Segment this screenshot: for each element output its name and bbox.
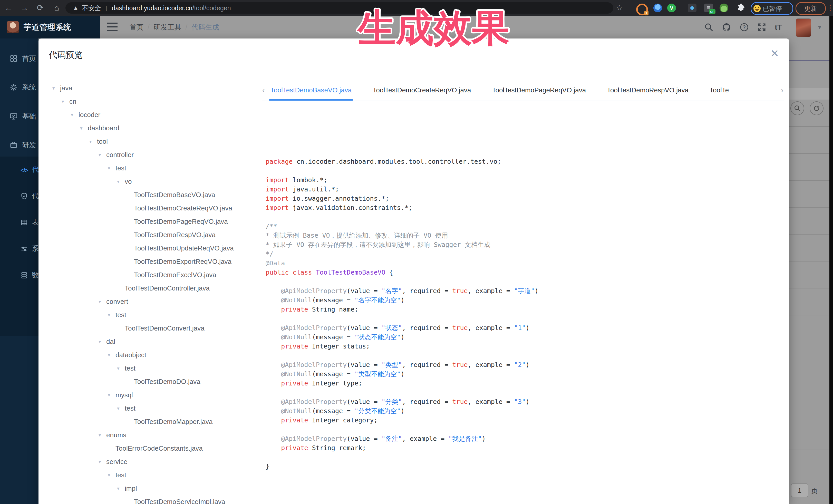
caret-down-icon[interactable]: ▾ — [62, 99, 69, 104]
tree-file[interactable]: ToolErrorCodeConstants.java — [52, 442, 263, 455]
tree-folder[interactable]: ▾enums — [52, 428, 263, 442]
bookmark-star-icon[interactable]: ☆ — [616, 0, 623, 16]
chrome-menu-icon[interactable]: ⋮ — [827, 4, 833, 12]
caret-down-icon[interactable]: ▾ — [108, 392, 116, 398]
url-bar[interactable]: ▲ 不安全 | dashboard.yudao.iocoder.cn/tool/… — [66, 2, 613, 14]
paused-profile-pill[interactable]: 已暂停 — [751, 2, 793, 15]
caret-down-icon[interactable]: ▾ — [98, 152, 106, 158]
user-avatar[interactable] — [796, 19, 811, 37]
tree-folder[interactable]: ▾vo — [52, 175, 263, 188]
caret-down-icon[interactable]: ▾ — [108, 472, 116, 478]
caret-down-icon[interactable]: ▾ — [80, 125, 88, 131]
extension-diamond-icon[interactable]: ◆ — [688, 4, 696, 12]
tree-folder[interactable]: ▾controller — [52, 148, 263, 162]
update-button[interactable]: 更新 — [795, 2, 826, 15]
tab-toolte[interactable]: ToolTe — [710, 79, 729, 101]
tree-folder[interactable]: ▾dashboard — [52, 121, 263, 135]
logo-block[interactable]: 芋道管理系统 — [0, 16, 100, 39]
tree-folder[interactable]: ▾impl — [52, 482, 263, 495]
tree-file[interactable]: ToolTestDemoExportReqVO.java — [52, 255, 263, 268]
extension-orange-icon[interactable]: 1 — [636, 4, 648, 16]
font-size-icon[interactable]: tT — [775, 23, 782, 31]
github-icon[interactable] — [722, 23, 731, 32]
sidebar-subitem-4[interactable]: 数 — [0, 268, 39, 282]
tree-file[interactable]: ToolTestDemoController.java — [52, 282, 263, 295]
caret-down-icon[interactable]: ▾ — [108, 352, 116, 358]
sidebar-item-1[interactable]: 系统 — [0, 80, 39, 94]
avatar-caret-icon[interactable]: ▾ — [818, 24, 821, 31]
tree-file[interactable]: ToolTestDemoConvert.java — [52, 321, 263, 335]
tree-folder[interactable]: ▾test — [52, 362, 263, 375]
caret-down-icon[interactable]: ▾ — [108, 165, 116, 171]
extensions-puzzle-icon[interactable] — [736, 4, 745, 12]
page-number-input[interactable]: 1 — [791, 483, 808, 497]
breadcrumb-devtool[interactable]: 研发工具 — [154, 23, 182, 32]
bg-refresh-button[interactable] — [810, 101, 824, 115]
breadcrumb-home[interactable]: 首页 — [129, 23, 143, 32]
tree-folder[interactable]: ▾test — [52, 162, 263, 175]
tree-file[interactable]: ToolTestDemoBaseVO.java — [52, 188, 263, 201]
sidebar-subitem-1[interactable]: 代 — [0, 189, 39, 203]
caret-down-icon[interactable]: ▾ — [108, 312, 116, 318]
forward-icon[interactable]: → — [18, 0, 31, 16]
code-panel: ‹ ToolTestDemoBaseVO.javaToolTestDemoCre… — [262, 79, 784, 504]
tree-folder[interactable]: ▾dataobject — [52, 348, 263, 362]
extension-plant-icon[interactable] — [719, 4, 728, 12]
extension-pin-icon[interactable] — [653, 4, 662, 12]
sidebar-subitem-2[interactable]: 表 — [0, 215, 39, 230]
tree-folder[interactable]: ▾test — [52, 402, 263, 415]
reload-icon[interactable]: ⟳ — [34, 0, 47, 16]
tree-folder[interactable]: ▾mysql — [52, 388, 263, 402]
extension-list-icon[interactable]: ≡ on — [704, 4, 713, 12]
close-icon[interactable]: ✕ — [770, 48, 779, 58]
home-icon[interactable]: ⌂ — [50, 0, 63, 16]
tree-file[interactable]: ToolTestDemoExcelVO.java — [52, 268, 263, 282]
sidebar-item-0[interactable]: 首页 — [0, 51, 39, 66]
caret-down-icon[interactable]: ▾ — [117, 178, 125, 185]
tree-folder[interactable]: ▾convert — [52, 295, 263, 308]
tree-file[interactable]: ToolTestDemoRespVO.java — [52, 228, 263, 241]
sidebar-item-3[interactable]: 研发 — [0, 138, 39, 152]
caret-down-icon[interactable]: ▾ — [117, 485, 125, 491]
caret-down-icon[interactable]: ▾ — [98, 339, 106, 345]
help-icon[interactable]: ? — [740, 23, 748, 31]
sidebar-subitem-0[interactable]: </>代 — [0, 162, 39, 176]
tree-folder[interactable]: ▾test — [52, 308, 263, 321]
tree-file[interactable]: ToolTestDemoDO.java — [52, 375, 263, 388]
caret-down-icon[interactable]: ▾ — [52, 85, 60, 91]
tree-folder[interactable]: ▾test — [52, 468, 263, 482]
caret-down-icon[interactable]: ▾ — [71, 112, 78, 118]
sidebar-collapse-icon[interactable] — [107, 23, 118, 31]
caret-down-icon[interactable]: ▾ — [98, 459, 106, 465]
back-icon[interactable]: ← — [2, 0, 15, 16]
tree-folder[interactable]: ▾cn — [52, 95, 263, 108]
extension-green-v-icon[interactable]: V — [667, 4, 676, 12]
tree-folder[interactable]: ▾java — [52, 81, 263, 95]
tree-folder[interactable]: ▾tool — [52, 135, 263, 148]
caret-down-icon[interactable]: ▾ — [98, 299, 106, 305]
tree-file[interactable]: ToolTestDemoPageReqVO.java — [52, 215, 263, 228]
caret-down-icon[interactable]: ▾ — [117, 365, 125, 371]
tab-scroll-left-icon[interactable]: ‹ — [262, 86, 265, 94]
bg-search-button[interactable] — [790, 101, 804, 115]
tree-file[interactable]: ToolTestDemoUpdateReqVO.java — [52, 241, 263, 255]
tree-folder[interactable]: ▾service — [52, 455, 263, 468]
caret-down-icon[interactable]: ▾ — [98, 432, 106, 438]
sidebar-subitem-3[interactable]: 系 — [0, 241, 39, 256]
caret-down-icon[interactable]: ▾ — [89, 139, 97, 144]
tree-file[interactable]: ToolTestDemoMapper.java — [52, 415, 263, 428]
tab-tooltestdemocreatereqvo-java[interactable]: ToolTestDemoCreateReqVO.java — [373, 79, 471, 101]
tab-tooltestdemorespvo-java[interactable]: ToolTestDemoRespVO.java — [607, 79, 689, 101]
page-scrollbar[interactable] — [829, 16, 833, 504]
tree-folder[interactable]: ▾dal — [52, 335, 263, 348]
caret-down-icon[interactable]: ▾ — [117, 405, 125, 411]
sidebar-item-2[interactable]: 基础 — [0, 109, 39, 123]
fullscreen-icon[interactable] — [757, 23, 766, 31]
search-icon[interactable] — [705, 23, 713, 31]
tree-file[interactable]: ToolTestDemoCreateReqVO.java — [52, 201, 263, 215]
tree-folder[interactable]: ▾iocoder — [52, 108, 263, 121]
tree-file[interactable]: ToolTestDemoServiceImpl.java — [52, 495, 263, 504]
tab-tooltestdemobasevo-java[interactable]: ToolTestDemoBaseVO.java — [270, 79, 352, 101]
tab-tooltestdemopagereqvo-java[interactable]: ToolTestDemoPageReqVO.java — [492, 79, 586, 101]
tab-scroll-right-icon[interactable]: › — [781, 86, 783, 94]
